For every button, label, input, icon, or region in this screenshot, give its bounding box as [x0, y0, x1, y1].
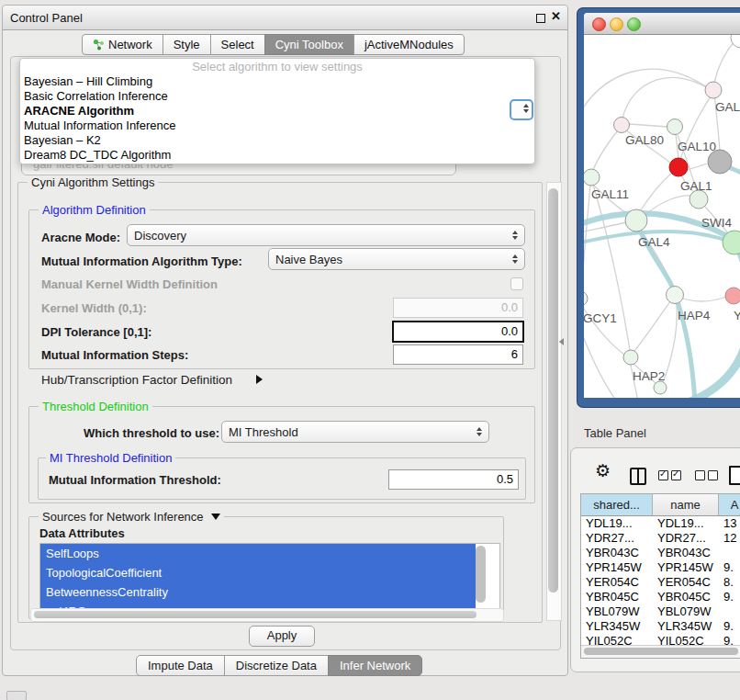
- attribute-item-selected[interactable]: TopologicalCoefficient: [40, 563, 476, 582]
- bottom-tab-impute-data[interactable]: Impute Data: [136, 655, 225, 676]
- focused-combobox-fragment[interactable]: [510, 99, 533, 120]
- algorithm-option[interactable]: Bayesian – K2: [20, 133, 534, 148]
- mi-threshold-field[interactable]: 0.5: [388, 469, 519, 490]
- network-edge[interactable]: [593, 185, 630, 350]
- kernel-width-field[interactable]: 0.0: [393, 298, 523, 318]
- column-header[interactable]: shared...: [581, 494, 653, 515]
- document-icon[interactable]: [729, 466, 740, 485]
- threshold-definition-title: Threshold Definition: [39, 400, 152, 413]
- network-edge[interactable]: [593, 130, 618, 170]
- zoom-traffic-light-icon[interactable]: [627, 17, 641, 31]
- apply-button[interactable]: Apply: [249, 626, 315, 647]
- network-node-gal4[interactable]: [625, 209, 647, 231]
- mi-threshold-group-title: MI Threshold Definition: [46, 451, 175, 465]
- network-edge[interactable]: [629, 124, 667, 127]
- network-node-y[interactable]: [725, 288, 740, 304]
- table-cell: YDL19...: [653, 516, 719, 531]
- network-node[interactable]: [731, 35, 740, 48]
- splitpane-collapse-icon[interactable]: [559, 338, 564, 345]
- tab-jactivemnodules[interactable]: jActiveMNodules: [353, 34, 465, 55]
- close-icon[interactable]: ✕: [551, 9, 561, 23]
- network-node-swi4[interactable]: [690, 190, 708, 209]
- data-attributes-list[interactable]: SelfLoopsTopologicalCoefficientBetweenne…: [39, 543, 500, 612]
- network-node-hap4[interactable]: [667, 287, 684, 304]
- minimize-traffic-light-icon[interactable]: [610, 17, 623, 31]
- manual-kernel-checkbox[interactable]: [510, 277, 523, 290]
- table-row[interactable]: YBR045CYBR045C9.: [581, 590, 740, 604]
- corner-button[interactable]: [6, 691, 27, 700]
- network-edge[interactable]: [634, 301, 670, 351]
- gear-icon[interactable]: ⚙: [595, 460, 611, 481]
- bottom-tab-discretize-data[interactable]: Discretize Data: [224, 655, 329, 676]
- which-threshold-value: MI Threshold: [229, 425, 298, 439]
- which-threshold-select[interactable]: MI Threshold: [221, 421, 489, 443]
- column-header[interactable]: A: [719, 494, 740, 515]
- network-node-gal11[interactable]: [584, 169, 600, 186]
- node-label-gal10: GAL10: [678, 140, 716, 153]
- tab-style[interactable]: Style: [163, 34, 211, 55]
- attribute-item-selected[interactable]: SelfLoops: [40, 544, 476, 563]
- network-edge[interactable]: [584, 186, 590, 291]
- float-window-icon[interactable]: [536, 14, 545, 23]
- algorithm-option[interactable]: Bayesian – Hill Climbing: [20, 74, 534, 89]
- attributes-vscrollbar[interactable]: [476, 546, 486, 603]
- settings-hscrollbar[interactable]: [30, 608, 504, 622]
- table-row[interactable]: YDR27...YDR27...12: [581, 531, 740, 546]
- table-row[interactable]: YER054CYER054C8.: [581, 575, 740, 590]
- control-panel-titlebar: Control Panel ✕: [3, 6, 567, 30]
- network-node-gcy1[interactable]: [584, 291, 588, 306]
- table-row[interactable]: YLR345WYLR345W9.: [581, 619, 740, 634]
- network-node-gal[interactable]: [705, 82, 722, 98]
- node-label-y: Y: [734, 309, 740, 322]
- collapse-arrow-icon[interactable]: [211, 514, 220, 520]
- algorithm-option[interactable]: Dream8 DC_TDC Algorithm: [20, 148, 534, 163]
- tab-cyni-toolbox[interactable]: Cyni Toolbox: [264, 34, 354, 55]
- attribute-item-selected[interactable]: BetweennessCentrality: [40, 582, 476, 602]
- unchecked-boxes-icon[interactable]: [695, 469, 721, 483]
- table-row[interactable]: YBR043CYBR043C: [581, 546, 740, 560]
- table-row[interactable]: YPR145WYPR145W9.: [581, 560, 740, 575]
- network-node-gal80[interactable]: [614, 118, 630, 133]
- node-table[interactable]: shared...nameA YDL19...YDL19...13YDR27..…: [580, 493, 740, 659]
- settings-vscrollbar[interactable]: [546, 182, 562, 621]
- network-edge[interactable]: [663, 304, 677, 382]
- settings-vscrollbar-thumb[interactable]: [548, 188, 558, 593]
- network-edge[interactable]: [584, 69, 707, 119]
- network-window-titlebar[interactable]: [584, 13, 740, 35]
- settings-hscrollbar-thumb[interactable]: [34, 611, 477, 618]
- network-edge[interactable]: [640, 174, 671, 211]
- table-hscrollbar[interactable]: [581, 645, 740, 658]
- column-header[interactable]: name: [653, 494, 719, 515]
- network-node-gal10[interactable]: [667, 119, 683, 135]
- table-row[interactable]: YBL079WYBL079W: [581, 604, 740, 619]
- tab-network[interactable]: Network: [82, 34, 163, 55]
- algorithm-option[interactable]: Mutual Information Inference: [20, 119, 534, 133]
- network-view-window[interactable]: GALGAL80GAL10GAL1GAL11SWI4GAL4GCY1HAP4YH…: [577, 7, 740, 408]
- bottom-tab-infer-network[interactable]: Infer Network: [328, 655, 422, 676]
- bottom-tabs: Impute DataDiscretize DataInfer Network: [136, 655, 422, 676]
- algorithm-option[interactable]: Basic Correlation Inference: [20, 89, 534, 104]
- network-node-gal1[interactable]: [669, 158, 688, 176]
- aracne-mode-select[interactable]: Discovery: [127, 224, 525, 246]
- tab-select[interactable]: Select: [210, 34, 265, 55]
- network-edge[interactable]: [622, 77, 713, 119]
- algorithm-option[interactable]: ARACNE Algorithm: [20, 104, 534, 119]
- table-hscrollbar-thumb[interactable]: [584, 648, 738, 655]
- hub-definition-expander-label[interactable]: Hub/Transcription Factor Definition: [41, 373, 232, 387]
- checked-boxes-icon[interactable]: [658, 469, 684, 483]
- mi-steps-field[interactable]: 6: [393, 344, 523, 365]
- network-edge[interactable]: [714, 41, 734, 83]
- network-graph[interactable]: GALGAL80GAL10GAL1GAL11SWI4GAL4GCY1HAP4YH…: [584, 35, 740, 398]
- attr-items: SelfLoopsTopologicalCoefficientBetweenne…: [40, 544, 499, 612]
- mi-type-select[interactable]: Naive Bayes: [268, 248, 525, 270]
- dpi-tolerance-field[interactable]: 0.0: [392, 321, 524, 343]
- close-traffic-light-icon[interactable]: [592, 17, 606, 31]
- table-cell: YDR27...: [581, 531, 653, 546]
- expander-arrow-icon[interactable]: [256, 375, 263, 384]
- table-row[interactable]: YDL19...YDL19...13: [581, 516, 740, 531]
- network-canvas[interactable]: GALGAL80GAL10GAL1GAL11SWI4GAL4GCY1HAP4YH…: [584, 35, 740, 398]
- column-layout-icon[interactable]: [630, 468, 646, 485]
- network-node[interactable]: [654, 381, 667, 394]
- network-edge[interactable]: [683, 297, 726, 301]
- network-node-hap2[interactable]: [623, 350, 638, 365]
